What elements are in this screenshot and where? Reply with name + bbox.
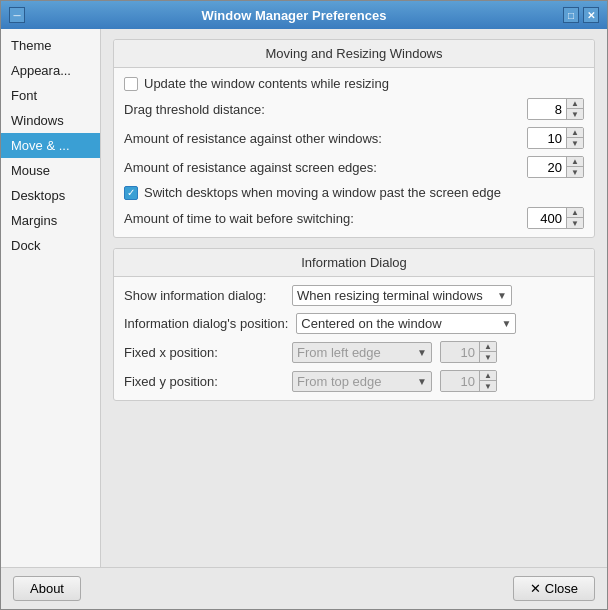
fixed-x-select[interactable]: From left edge ▼ [292,342,432,363]
window-body: Theme Appeara... Font Windows Move & ...… [1,29,607,567]
fixed-x-select-value: From left edge [297,345,413,360]
resistance-windows-label: Amount of resistance against other windo… [124,131,382,146]
wait-input[interactable] [528,209,566,228]
close-button[interactable]: ✕ Close [513,576,595,601]
wait-spin-buttons: ▲ ▼ [566,208,583,228]
fixed-y-select-value: From top edge [297,374,413,389]
info-section: Information Dialog Show information dial… [113,248,595,401]
close-icon: ✕ [530,581,541,596]
sidebar-item-theme[interactable]: Theme [1,33,100,58]
sidebar-item-font[interactable]: Font [1,83,100,108]
resistance-edges-spin-up[interactable]: ▲ [567,157,583,167]
resistance-edges-label: Amount of resistance against screen edge… [124,160,377,175]
fixed-y-input[interactable] [441,372,479,391]
resistance-windows-spinner: ▲ ▼ [527,127,584,149]
close-label: Close [545,581,578,596]
wait-spinner: ▲ ▼ [527,207,584,229]
resistance-edges-spin-down[interactable]: ▼ [567,167,583,177]
drag-spin-down[interactable]: ▼ [567,109,583,119]
fixed-y-row: Fixed y position: From top edge ▼ ▲ ▼ [124,370,584,392]
show-dialog-row: Show information dialog: When resizing t… [124,285,584,306]
switch-desktops-label: Switch desktops when moving a window pas… [144,185,501,200]
resistance-windows-right: ▲ ▼ [527,127,584,149]
resistance-windows-spin-up[interactable]: ▲ [567,128,583,138]
show-dialog-value: When resizing terminal windows [297,288,493,303]
moving-section: Moving and Resizing Windows Update the w… [113,39,595,238]
switch-desktops-checkbox[interactable] [124,186,138,200]
resistance-windows-spin-buttons: ▲ ▼ [566,128,583,148]
info-section-title: Information Dialog [114,249,594,277]
resistance-edges-spinner: ▲ ▼ [527,156,584,178]
fixed-y-arrow-icon: ▼ [417,376,427,387]
drag-spinner: ▲ ▼ [527,98,584,120]
update-checkbox-row: Update the window contents while resizin… [124,76,584,91]
wait-label: Amount of time to wait before switching: [124,211,354,226]
resistance-edges-row: Amount of resistance against screen edge… [124,156,584,178]
wait-row-right: ▲ ▼ [527,207,584,229]
drag-spin-buttons: ▲ ▼ [566,99,583,119]
fixed-x-input[interactable] [441,343,479,362]
fixed-x-arrow-icon: ▼ [417,347,427,358]
maximize-button[interactable]: □ [563,7,579,23]
update-checkbox[interactable] [124,77,138,91]
dialog-position-row: Information dialog's position: Centered … [124,313,584,334]
info-section-body: Show information dialog: When resizing t… [114,277,594,400]
show-dialog-select[interactable]: When resizing terminal windows ▼ [292,285,512,306]
minimize-button[interactable]: ─ [9,7,25,23]
fixed-x-spin-up[interactable]: ▲ [480,342,496,352]
show-dialog-arrow-icon: ▼ [497,290,507,301]
fixed-y-spin-up[interactable]: ▲ [480,371,496,381]
window: ─ Window Manager Preferences □ ✕ Theme A… [0,0,608,610]
sidebar-item-mouse[interactable]: Mouse [1,158,100,183]
switch-desktops-row: Switch desktops when moving a window pas… [124,185,584,200]
fixed-x-label: Fixed x position: [124,345,284,360]
resistance-edges-right: ▲ ▼ [527,156,584,178]
fixed-y-select[interactable]: From top edge ▼ [292,371,432,392]
about-button[interactable]: About [13,576,81,601]
sidebar-item-windows[interactable]: Windows [1,108,100,133]
sidebar-item-dock[interactable]: Dock [1,233,100,258]
title-bar-right-controls: □ ✕ [563,7,599,23]
dialog-position-arrow-icon: ▼ [501,318,511,329]
drag-input[interactable] [528,100,566,119]
show-dialog-label: Show information dialog: [124,288,284,303]
fixed-x-row: Fixed x position: From left edge ▼ ▲ ▼ [124,341,584,363]
resistance-windows-spin-down[interactable]: ▼ [567,138,583,148]
sidebar-item-desktops[interactable]: Desktops [1,183,100,208]
update-checkbox-label: Update the window contents while resizin… [144,76,389,91]
resistance-windows-row: Amount of resistance against other windo… [124,127,584,149]
wait-spin-down[interactable]: ▼ [567,218,583,228]
dialog-position-label: Information dialog's position: [124,316,288,331]
fixed-y-spin-down[interactable]: ▼ [480,381,496,391]
dialog-position-select[interactable]: Centered on the window ▼ [296,313,516,334]
sidebar-item-move[interactable]: Move & ... [1,133,100,158]
main-content: Moving and Resizing Windows Update the w… [101,29,607,567]
title-bar: ─ Window Manager Preferences □ ✕ [1,1,607,29]
fixed-x-spinner: ▲ ▼ [440,341,497,363]
wait-spin-up[interactable]: ▲ [567,208,583,218]
fixed-y-label: Fixed y position: [124,374,284,389]
sidebar-item-margins[interactable]: Margins [1,208,100,233]
resistance-windows-input[interactable] [528,129,566,148]
resistance-edges-input[interactable] [528,158,566,177]
moving-section-title: Moving and Resizing Windows [114,40,594,68]
footer: About ✕ Close [1,567,607,609]
fixed-x-spin-down[interactable]: ▼ [480,352,496,362]
title-bar-left-controls: ─ [9,7,25,23]
fixed-y-spin-buttons: ▲ ▼ [479,371,496,391]
sidebar-item-appearance[interactable]: Appeara... [1,58,100,83]
moving-section-body: Update the window contents while resizin… [114,68,594,237]
drag-row: Drag threshold distance: ▲ ▼ [124,98,584,120]
window-title: Window Manager Preferences [25,8,563,23]
fixed-x-spin-buttons: ▲ ▼ [479,342,496,362]
wait-row: Amount of time to wait before switching:… [124,207,584,229]
drag-spin-up[interactable]: ▲ [567,99,583,109]
sidebar: Theme Appeara... Font Windows Move & ...… [1,29,101,567]
resistance-edges-spin-buttons: ▲ ▼ [566,157,583,177]
dialog-position-value: Centered on the window [301,316,497,331]
drag-label: Drag threshold distance: [124,102,265,117]
close-window-button[interactable]: ✕ [583,7,599,23]
fixed-y-spinner: ▲ ▼ [440,370,497,392]
drag-row-right: ▲ ▼ [527,98,584,120]
